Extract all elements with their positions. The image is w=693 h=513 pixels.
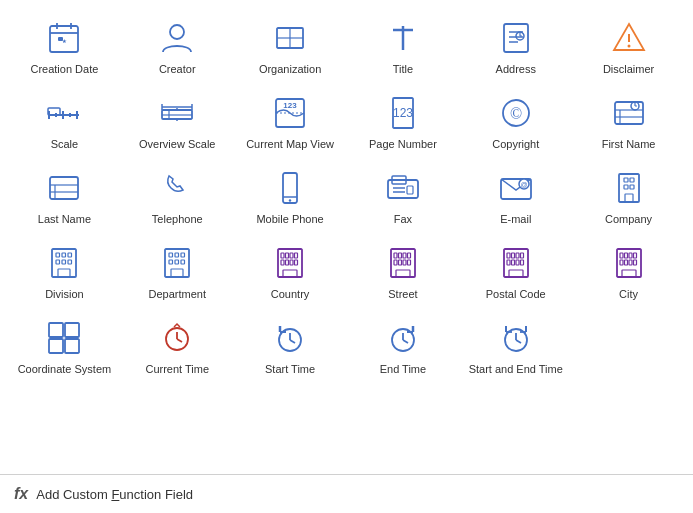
svg-rect-128: [65, 323, 79, 337]
icon-item-disclaimer[interactable]: Disclaimer: [572, 10, 685, 85]
start-end-time-icon: [496, 318, 536, 358]
svg-point-20: [627, 45, 630, 48]
svg-rect-103: [398, 260, 401, 265]
last-name-icon: [44, 168, 84, 208]
svg-rect-72: [56, 253, 60, 257]
icon-item-end-time[interactable]: End Time: [347, 310, 460, 385]
svg-rect-61: [407, 186, 413, 194]
icon-item-telephone[interactable]: Telephone: [121, 160, 234, 235]
organization-label: Organization: [259, 62, 321, 76]
end-time-icon: [383, 318, 423, 358]
icon-item-address[interactable]: Address: [459, 10, 572, 85]
icon-item-first-name[interactable]: First Name: [572, 85, 685, 160]
icon-grid: ★Creation Date Creator Organization Titl…: [8, 10, 685, 385]
fx-icon: fx: [14, 485, 28, 503]
svg-rect-118: [620, 253, 623, 258]
email-label: E-mail: [500, 212, 531, 226]
icon-item-page-number[interactable]: 123Page Number: [347, 85, 460, 160]
icon-grid-area: ★Creation Date Creator Organization Titl…: [0, 0, 693, 474]
svg-rect-80: [169, 253, 173, 257]
icon-item-coordinate-system[interactable]: Coordinate System: [8, 310, 121, 385]
icon-item-current-time[interactable]: Current Time: [121, 310, 234, 385]
svg-rect-76: [62, 260, 66, 264]
current-map-view-icon: 123: [270, 93, 310, 133]
svg-rect-108: [507, 253, 510, 258]
icon-item-creation-date[interactable]: ★Creation Date: [8, 10, 121, 85]
add-custom-label[interactable]: Add Custom Function Field: [36, 487, 193, 502]
svg-text:123: 123: [393, 106, 413, 120]
svg-rect-75: [56, 260, 60, 264]
svg-rect-85: [181, 260, 185, 264]
icon-item-start-end-time[interactable]: Start and End Time: [459, 310, 572, 385]
icon-item-overview-scale[interactable]: Overview Scale: [121, 85, 234, 160]
svg-rect-67: [630, 178, 634, 182]
icon-item-division[interactable]: Division: [8, 235, 121, 310]
svg-rect-125: [633, 260, 636, 265]
svg-rect-88: [281, 253, 284, 258]
svg-rect-102: [394, 260, 397, 265]
footer: fx Add Custom Function Field: [0, 474, 693, 513]
svg-rect-92: [281, 260, 284, 265]
mobile-phone-label: Mobile Phone: [256, 212, 323, 226]
last-name-label: Last Name: [38, 212, 91, 226]
start-time-label: Start Time: [265, 362, 315, 376]
svg-rect-122: [620, 260, 623, 265]
icon-item-start-time[interactable]: Start Time: [234, 310, 347, 385]
icon-item-copyright[interactable]: ©Copyright: [459, 85, 572, 160]
svg-rect-130: [65, 339, 79, 353]
icon-item-company[interactable]: Company: [572, 160, 685, 235]
department-label: Department: [149, 287, 206, 301]
icon-item-scale[interactable]: Scale: [8, 85, 121, 160]
svg-rect-124: [629, 260, 632, 265]
svg-text:123: 123: [283, 101, 297, 110]
svg-rect-68: [624, 185, 628, 189]
svg-rect-89: [286, 253, 289, 258]
icon-item-city[interactable]: City: [572, 235, 685, 310]
svg-rect-129: [49, 339, 63, 353]
creator-icon: [157, 18, 197, 58]
svg-rect-81: [175, 253, 179, 257]
svg-rect-110: [516, 253, 519, 258]
icon-item-title[interactable]: Title: [347, 10, 460, 85]
svg-rect-65: [619, 174, 639, 202]
svg-rect-127: [49, 323, 63, 337]
street-icon: [383, 243, 423, 283]
icon-item-fax[interactable]: Fax: [347, 160, 460, 235]
company-label: Company: [605, 212, 652, 226]
icon-item-current-map-view[interactable]: 123Current Map View: [234, 85, 347, 160]
scale-icon: [44, 93, 84, 133]
division-label: Division: [45, 287, 84, 301]
fax-label: Fax: [394, 212, 412, 226]
icon-item-email[interactable]: @E-mail: [459, 160, 572, 235]
page-number-icon: 123: [383, 93, 423, 133]
icon-item-street[interactable]: Street: [347, 235, 460, 310]
postal-code-icon: [496, 243, 536, 283]
icon-item-organization[interactable]: Organization: [234, 10, 347, 85]
svg-rect-90: [290, 253, 293, 258]
icon-item-country[interactable]: Country: [234, 235, 347, 310]
mobile-phone-icon: [270, 168, 310, 208]
svg-rect-91: [295, 253, 298, 258]
svg-rect-100: [403, 253, 406, 258]
icon-item-department[interactable]: Department: [121, 235, 234, 310]
icon-item-creator[interactable]: Creator: [121, 10, 234, 85]
svg-rect-70: [625, 194, 633, 202]
icon-item-last-name[interactable]: Last Name: [8, 160, 121, 235]
svg-rect-112: [507, 260, 510, 265]
street-label: Street: [388, 287, 417, 301]
svg-rect-106: [396, 270, 410, 277]
icon-item-postal-code[interactable]: Postal Code: [459, 235, 572, 310]
icon-item-mobile-phone[interactable]: Mobile Phone: [234, 160, 347, 235]
svg-rect-82: [181, 253, 185, 257]
title-label: Title: [393, 62, 413, 76]
email-icon: @: [496, 168, 536, 208]
svg-line-136: [290, 340, 295, 343]
svg-rect-119: [624, 253, 627, 258]
address-label: Address: [496, 62, 536, 76]
department-icon: [157, 243, 197, 283]
svg-rect-69: [630, 185, 634, 189]
svg-rect-101: [407, 253, 410, 258]
overview-scale-label: Overview Scale: [139, 137, 215, 151]
svg-rect-78: [58, 269, 70, 277]
svg-rect-99: [398, 253, 401, 258]
